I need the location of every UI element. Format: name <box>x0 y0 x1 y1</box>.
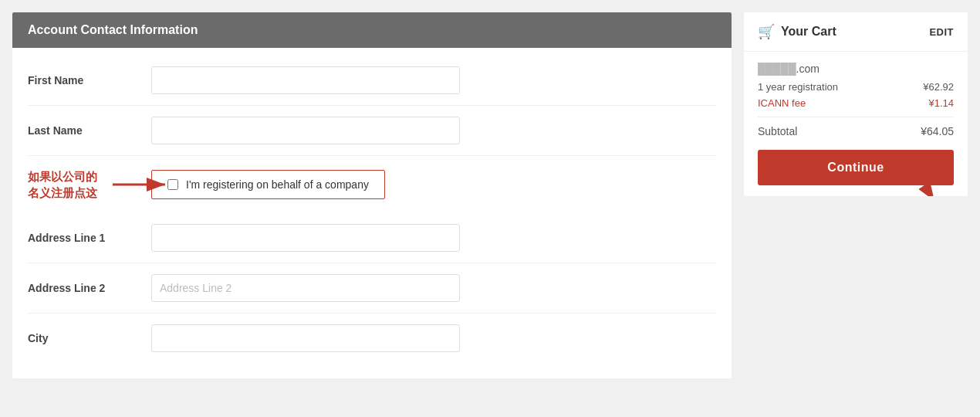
address2-input[interactable] <box>151 274 460 302</box>
company-checkbox-label[interactable]: I'm registering on behalf of a company <box>186 178 369 191</box>
cart-divider <box>758 117 954 117</box>
company-row: 如果以公司的名义注册点这 I <box>28 156 716 213</box>
last-name-label: Last Name <box>28 124 151 137</box>
city-input[interactable] <box>151 324 460 352</box>
cart-title: 🛒 Your Cart <box>758 23 836 40</box>
last-name-row: Last Name <box>28 106 716 156</box>
cart-registration-line: 1 year registration ¥62.92 <box>758 81 954 93</box>
cart-icann-label: ICANN fee <box>758 97 806 109</box>
account-form: Account Contact Information First Name L… <box>12 12 732 378</box>
cart-sidebar: 🛒 Your Cart EDIT █████.com 1 year regist… <box>744 12 968 196</box>
cart-domain: █████.com <box>758 63 954 75</box>
annotation-text: 如果以公司的名义注册点这 <box>28 168 113 201</box>
first-name-label: First Name <box>28 74 151 86</box>
cart-icann-line: ICANN fee ¥1.14 <box>758 97 954 109</box>
annotation-area: 如果以公司的名义注册点这 <box>28 168 174 201</box>
form-title: Account Contact Information <box>28 23 198 36</box>
first-name-row: First Name <box>28 56 716 106</box>
continue-button[interactable]: Continue <box>758 150 954 185</box>
city-row: City <box>28 314 716 363</box>
cart-subtotal-price: ¥64.05 <box>921 125 954 137</box>
cart-icon: 🛒 <box>758 23 775 40</box>
last-name-input[interactable] <box>151 117 460 144</box>
cart-subtotal: Subtotal ¥64.05 <box>758 125 954 137</box>
cart-body: █████.com 1 year registration ¥62.92 ICA… <box>744 52 968 196</box>
address1-row: Address Line 1 <box>28 213 716 263</box>
cart-header: 🛒 Your Cart EDIT <box>744 12 968 52</box>
cart-edit-button[interactable]: EDIT <box>929 26 954 38</box>
cart-icann-price: ¥1.14 <box>928 97 954 109</box>
form-header: Account Contact Information <box>12 12 732 48</box>
cart-registration-price: ¥62.92 <box>923 81 954 93</box>
form-body: First Name Last Name 如果以公司的名义注册点这 <box>12 48 732 378</box>
address1-input[interactable] <box>151 224 460 252</box>
address2-row: Address Line 2 <box>28 263 716 314</box>
cart-registration-label: 1 year registration <box>758 81 838 93</box>
cart-subtotal-label: Subtotal <box>758 125 797 137</box>
city-label: City <box>28 332 151 344</box>
first-name-input[interactable] <box>151 66 460 94</box>
address2-label: Address Line 2 <box>28 282 151 294</box>
company-checkbox-area[interactable]: I'm registering on behalf of a company <box>151 170 385 199</box>
arrow-icon <box>113 169 174 200</box>
address1-label: Address Line 1 <box>28 232 151 244</box>
cart-title-text: Your Cart <box>781 25 836 39</box>
